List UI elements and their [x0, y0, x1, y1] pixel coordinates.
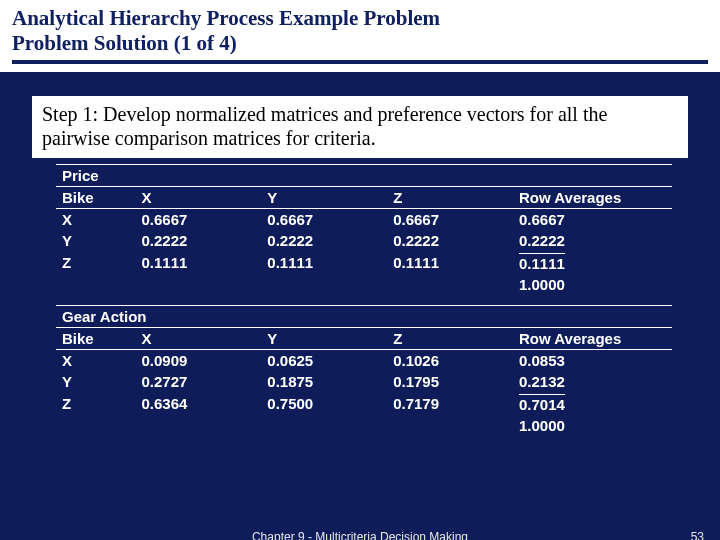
col-x: X: [135, 187, 261, 209]
row-label: Y: [56, 371, 135, 392]
cell: 0.7179: [387, 392, 513, 415]
cell: 0.1111: [261, 251, 387, 274]
cell: 0.6667: [261, 209, 387, 230]
page-number: 53: [691, 530, 704, 540]
matrix-table-gear-action: Gear Action Bike X Y Z Row Averages X 0.…: [56, 305, 672, 436]
cell: 0.6364: [135, 392, 261, 415]
cell: 0.1111: [387, 251, 513, 274]
header-row: Bike X Y Z Row Averages: [56, 328, 672, 350]
chapter-label: Chapter 9 - Multicriteria Decision Makin…: [0, 530, 720, 540]
col-x: X: [135, 328, 261, 350]
table-row: Y 0.2222 0.2222 0.2222 0.2222: [56, 230, 672, 251]
criterion-gear-action: Gear Action: [56, 306, 672, 328]
cell: 0.6667: [387, 209, 513, 230]
sum-row: 1.0000: [56, 274, 672, 295]
tables-wrapper: Price Bike X Y Z Row Averages X 0.6667 0…: [56, 164, 672, 436]
row-label: Z: [56, 392, 135, 415]
col-z: Z: [387, 328, 513, 350]
cell: 0.2727: [135, 371, 261, 392]
cell: 0.7500: [261, 392, 387, 415]
sum-value: 1.0000: [513, 415, 672, 436]
last-avg: 0.7014: [519, 394, 565, 413]
row-label: X: [56, 209, 135, 230]
title-block: Analytical Hierarchy Process Example Pro…: [0, 0, 720, 72]
col-bike: Bike: [56, 328, 135, 350]
cell: 0.0625: [261, 350, 387, 371]
col-y: Y: [261, 187, 387, 209]
cell: 0.6667: [135, 209, 261, 230]
cell: 0.1026: [387, 350, 513, 371]
criterion-price: Price: [56, 165, 672, 187]
sum-row: 1.0000: [56, 415, 672, 436]
cell: 0.2222: [513, 230, 672, 251]
last-avg: 0.1111: [519, 253, 565, 272]
row-label: Y: [56, 230, 135, 251]
col-z: Z: [387, 187, 513, 209]
table-row: Z 0.6364 0.7500 0.7179 0.7014: [56, 392, 672, 415]
table-row: Z 0.1111 0.1111 0.1111 0.1111: [56, 251, 672, 274]
cell: 0.0909: [135, 350, 261, 371]
title-line-1: Analytical Hierarchy Process Example Pro…: [12, 6, 708, 31]
table-row: X 0.6667 0.6667 0.6667 0.6667: [56, 209, 672, 230]
table-row: Y 0.2727 0.1875 0.1795 0.2132: [56, 371, 672, 392]
sum-value: 1.0000: [513, 274, 672, 295]
title-line-2: Problem Solution (1 of 4): [12, 31, 708, 56]
col-avg: Row Averages: [513, 187, 672, 209]
title-rule: [12, 60, 708, 64]
table-row: X 0.0909 0.0625 0.1026 0.0853: [56, 350, 672, 371]
cell: 0.2222: [135, 230, 261, 251]
cell: 0.1111: [513, 251, 672, 274]
header-row: Bike X Y Z Row Averages: [56, 187, 672, 209]
matrix-table-price: Price Bike X Y Z Row Averages X 0.6667 0…: [56, 164, 672, 295]
cell: 0.7014: [513, 392, 672, 415]
col-bike: Bike: [56, 187, 135, 209]
cell: 0.2222: [387, 230, 513, 251]
row-label: Z: [56, 251, 135, 274]
step-text: Step 1: Develop normalized matrices and …: [32, 96, 688, 158]
cell: 0.1875: [261, 371, 387, 392]
col-y: Y: [261, 328, 387, 350]
cell: 0.6667: [513, 209, 672, 230]
spacer: [56, 295, 672, 305]
cell: 0.2132: [513, 371, 672, 392]
col-avg: Row Averages: [513, 328, 672, 350]
cell: 0.1111: [135, 251, 261, 274]
cell: 0.1795: [387, 371, 513, 392]
cell: 0.2222: [261, 230, 387, 251]
cell: 0.0853: [513, 350, 672, 371]
row-label: X: [56, 350, 135, 371]
